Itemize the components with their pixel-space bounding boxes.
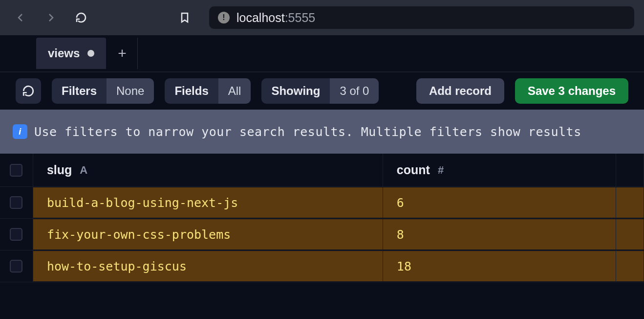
url-text: localhost:5555: [236, 11, 315, 25]
new-tab-button[interactable]: +: [107, 38, 138, 69]
row-select-cell[interactable]: [0, 251, 33, 282]
cell-empty: [616, 251, 644, 281]
column-header-empty: [616, 154, 644, 186]
url-host: localhost: [236, 11, 285, 24]
filters-label: Filters: [52, 78, 107, 104]
add-record-button[interactable]: Add record: [416, 78, 504, 104]
row-checkbox[interactable]: [10, 260, 22, 273]
browser-navigation-bar: ! localhost:5555: [0, 0, 644, 35]
data-table: slug A count # build-a-blog-using-next-j…: [0, 154, 644, 282]
fields-value: All: [218, 78, 251, 104]
fields-control[interactable]: Fields All: [165, 78, 251, 104]
cell-empty: [616, 219, 644, 250]
column-type-indicator: A: [80, 164, 87, 177]
info-icon: i: [13, 124, 27, 139]
column-header-slug[interactable]: slug A: [33, 154, 383, 186]
insecure-site-icon: !: [218, 12, 230, 23]
refresh-table-button[interactable]: [16, 78, 41, 104]
fields-label: Fields: [165, 78, 218, 104]
select-all-cell[interactable]: [0, 154, 33, 186]
select-all-checkbox[interactable]: [10, 164, 22, 177]
model-tabs-row: views +: [0, 35, 644, 71]
info-banner-text: Use filters to narrow your search result…: [34, 125, 581, 139]
info-banner: i Use filters to narrow your search resu…: [0, 110, 644, 154]
table-row: how-to-setup-giscus 18: [0, 251, 644, 282]
column-label: count: [397, 163, 430, 177]
table-row: fix-your-own-css-problems 8: [0, 219, 644, 251]
row-checkbox[interactable]: [10, 196, 22, 209]
showing-value: 3 of 0: [330, 78, 379, 104]
cell-slug[interactable]: build-a-blog-using-next-js: [33, 187, 383, 218]
address-bar[interactable]: ! localhost:5555: [209, 6, 634, 29]
column-type-indicator: #: [438, 164, 444, 177]
tab-label: views: [48, 46, 80, 60]
cell-count[interactable]: 8: [383, 219, 616, 250]
cell-slug[interactable]: fix-your-own-css-problems: [33, 219, 383, 250]
column-header-count[interactable]: count #: [383, 154, 616, 186]
table-toolbar: Filters None Fields All Showing 3 of 0 A…: [0, 71, 644, 110]
save-changes-button[interactable]: Save 3 changes: [515, 78, 628, 104]
reload-button[interactable]: [70, 7, 92, 28]
tab-views[interactable]: views: [36, 38, 107, 69]
unsaved-indicator-icon: [87, 50, 94, 57]
row-checkbox[interactable]: [10, 228, 22, 241]
table-row: build-a-blog-using-next-js 6: [0, 187, 644, 219]
bookmark-button[interactable]: [174, 7, 195, 28]
filters-control[interactable]: Filters None: [52, 78, 154, 104]
cell-count[interactable]: 18: [383, 251, 616, 281]
row-select-cell[interactable]: [0, 219, 33, 250]
cell-count[interactable]: 6: [383, 187, 616, 218]
cell-empty: [616, 187, 644, 218]
column-label: slug: [47, 163, 72, 177]
filters-value: None: [107, 78, 154, 104]
back-button[interactable]: [10, 7, 31, 28]
table-header-row: slug A count #: [0, 154, 644, 187]
url-port: :5555: [285, 11, 316, 24]
showing-label: Showing: [261, 78, 330, 104]
forward-button[interactable]: [40, 7, 62, 28]
row-select-cell[interactable]: [0, 187, 33, 218]
cell-slug[interactable]: how-to-setup-giscus: [33, 251, 383, 281]
showing-control[interactable]: Showing 3 of 0: [261, 78, 379, 104]
